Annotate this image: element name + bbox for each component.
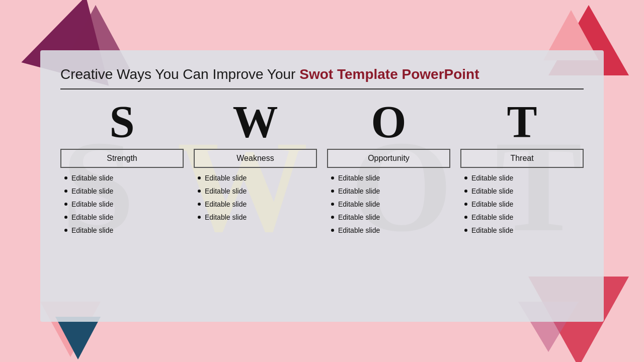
bullet-icon <box>331 203 334 206</box>
swot-letter-o: O <box>371 100 406 145</box>
list-item-text: Editable slide <box>71 226 113 234</box>
bullet-icon <box>331 176 334 179</box>
list-item-text: Editable slide <box>71 213 113 221</box>
bullet-icon <box>64 229 67 232</box>
list-item: Editable slide <box>331 213 446 221</box>
main-card: S W O T Creative Ways You Can Improve Yo… <box>40 50 604 322</box>
list-item: Editable slide <box>198 174 313 182</box>
list-item-text: Editable slide <box>338 187 380 195</box>
swot-list-w: Editable slideEditable slideEditable sli… <box>194 174 317 226</box>
list-item: Editable slide <box>331 226 446 234</box>
bullet-icon <box>331 216 334 219</box>
list-item: Editable slide <box>198 200 313 208</box>
list-item: Editable slide <box>464 200 580 208</box>
list-item: Editable slide <box>198 187 313 195</box>
list-item-text: Editable slide <box>71 174 113 182</box>
bullet-icon <box>198 176 201 179</box>
bullet-icon <box>464 190 467 193</box>
swot-letter-s: S <box>109 100 134 145</box>
title-part1: Creative Ways You Can Improve Your <box>60 66 299 82</box>
swot-letter-t: T <box>507 100 537 145</box>
bullet-icon <box>464 229 467 232</box>
list-item-text: Editable slide <box>471 200 513 208</box>
list-item: Editable slide <box>64 187 180 195</box>
swot-grid: SStrengthEditable slideEditable slideEdi… <box>60 100 584 239</box>
list-item-text: Editable slide <box>471 187 513 195</box>
swot-list-o: Editable slideEditable slideEditable sli… <box>327 174 450 239</box>
list-item-text: Editable slide <box>338 213 380 221</box>
swot-column-t: TThreatEditable slideEditable slideEdita… <box>460 100 584 239</box>
swot-label-t: Threat <box>460 149 584 168</box>
bullet-icon <box>464 203 467 206</box>
list-item: Editable slide <box>331 187 446 195</box>
swot-list-s: Editable slideEditable slideEditable sli… <box>60 174 184 239</box>
list-item-text: Editable slide <box>205 200 247 208</box>
list-item: Editable slide <box>64 200 180 208</box>
bullet-icon <box>198 190 201 193</box>
list-item: Editable slide <box>64 226 180 234</box>
list-item: Editable slide <box>331 200 446 208</box>
swot-column-w: WWeaknessEditable slideEditable slideEdi… <box>194 100 317 239</box>
list-item: Editable slide <box>198 213 313 221</box>
bullet-icon <box>64 176 67 179</box>
list-item: Editable slide <box>464 226 580 234</box>
bullet-icon <box>198 203 201 206</box>
title-part2: Swot Template PowerPoint <box>299 66 479 82</box>
list-item: Editable slide <box>464 213 580 221</box>
bullet-icon <box>331 190 334 193</box>
list-item-text: Editable slide <box>471 226 513 234</box>
list-item-text: Editable slide <box>471 213 513 221</box>
bullet-icon <box>64 216 67 219</box>
list-item-text: Editable slide <box>205 174 247 182</box>
bullet-icon <box>331 229 334 232</box>
swot-label-s: Strength <box>60 149 184 168</box>
bullet-icon <box>464 216 467 219</box>
swot-label-o: Opportunity <box>327 149 450 168</box>
bullet-icon <box>64 203 67 206</box>
swot-letter-w: W <box>233 100 278 145</box>
list-item: Editable slide <box>464 187 580 195</box>
list-item-text: Editable slide <box>471 174 513 182</box>
title-area: Creative Ways You Can Improve Your Swot … <box>60 65 584 89</box>
swot-column-o: OOpportunityEditable slideEditable slide… <box>327 100 450 239</box>
swot-column-s: SStrengthEditable slideEditable slideEdi… <box>60 100 184 239</box>
page-title: Creative Ways You Can Improve Your Swot … <box>60 65 584 83</box>
list-item-text: Editable slide <box>338 174 380 182</box>
list-item-text: Editable slide <box>71 200 113 208</box>
swot-label-w: Weakness <box>194 149 317 168</box>
list-item-text: Editable slide <box>338 200 380 208</box>
list-item: Editable slide <box>464 174 580 182</box>
list-item: Editable slide <box>64 213 180 221</box>
list-item-text: Editable slide <box>71 187 113 195</box>
decorative-triangle-bottomleft-teal <box>55 317 101 359</box>
list-item-text: Editable slide <box>338 226 380 234</box>
bullet-icon <box>64 190 67 193</box>
list-item: Editable slide <box>331 174 446 182</box>
bullet-icon <box>198 216 201 219</box>
list-item: Editable slide <box>64 174 180 182</box>
list-item-text: Editable slide <box>205 213 247 221</box>
list-item-text: Editable slide <box>205 187 247 195</box>
bullet-icon <box>464 176 467 179</box>
swot-list-t: Editable slideEditable slideEditable sli… <box>460 174 584 239</box>
